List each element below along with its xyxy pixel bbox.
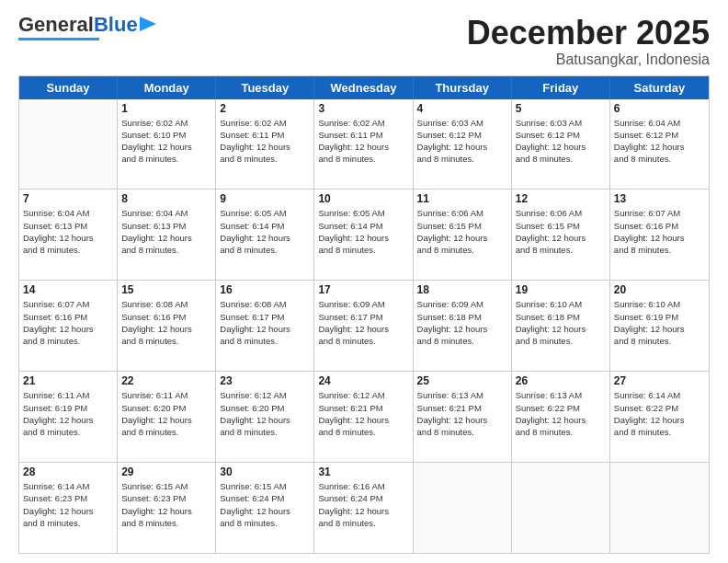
- daylight-hours: Daylight: 12 hours: [121, 505, 211, 517]
- sunrise-text: Sunrise: 6:15 AM: [121, 480, 211, 492]
- day-number: 7: [23, 192, 113, 205]
- calendar-cell-w1d6: 5Sunrise: 6:03 AMSunset: 6:12 PMDaylight…: [512, 99, 610, 190]
- calendar-cell-w5d5: [414, 463, 512, 553]
- calendar-week-4: 21Sunrise: 6:11 AMSunset: 6:19 PMDayligh…: [19, 372, 709, 463]
- sunrise-text: Sunrise: 6:05 AM: [318, 207, 408, 219]
- daylight-minutes: and 8 minutes.: [121, 244, 211, 256]
- sunset-text: Sunset: 6:22 PM: [614, 402, 705, 414]
- sunrise-text: Sunrise: 6:04 AM: [121, 207, 211, 219]
- sunrise-text: Sunrise: 6:02 AM: [220, 117, 310, 129]
- daylight-minutes: and 8 minutes.: [121, 426, 211, 438]
- daylight-minutes: and 8 minutes.: [614, 426, 705, 438]
- daylight-minutes: and 8 minutes.: [614, 153, 705, 165]
- day-number: 28: [23, 465, 113, 478]
- sunset-text: Sunset: 6:19 PM: [614, 311, 705, 323]
- page: General Blue December 2025 Batusangkar, …: [0, 0, 728, 563]
- daylight-minutes: and 8 minutes.: [614, 244, 705, 256]
- sunset-text: Sunset: 6:12 PM: [614, 129, 705, 141]
- sunset-text: Sunset: 6:23 PM: [121, 492, 211, 504]
- day-number: 5: [516, 102, 606, 115]
- calendar-cell-w2d7: 13Sunrise: 6:07 AMSunset: 6:16 PMDayligh…: [610, 190, 709, 280]
- sunrise-text: Sunrise: 6:02 AM: [121, 117, 211, 129]
- calendar-cell-w2d3: 9Sunrise: 6:05 AMSunset: 6:14 PMDaylight…: [216, 190, 314, 280]
- logo-blue: Blue: [94, 15, 138, 35]
- daylight-hours: Daylight: 12 hours: [318, 232, 408, 244]
- day-number: 12: [516, 192, 606, 205]
- calendar-week-5: 28Sunrise: 6:14 AMSunset: 6:23 PMDayligh…: [19, 463, 709, 553]
- day-number: 17: [318, 283, 408, 296]
- sunset-text: Sunset: 6:14 PM: [220, 220, 310, 232]
- calendar-cell-w2d4: 10Sunrise: 6:05 AMSunset: 6:14 PMDayligh…: [314, 190, 413, 280]
- day-number: 24: [318, 374, 408, 387]
- calendar-cell-w4d4: 24Sunrise: 6:12 AMSunset: 6:21 PMDayligh…: [314, 372, 413, 462]
- calendar-cell-w5d3: 30Sunrise: 6:15 AMSunset: 6:24 PMDayligh…: [216, 463, 314, 553]
- daylight-minutes: and 8 minutes.: [121, 335, 211, 347]
- daylight-hours: Daylight: 12 hours: [220, 141, 310, 153]
- sunset-text: Sunset: 6:16 PM: [614, 220, 705, 232]
- day-number: 19: [516, 283, 606, 296]
- daylight-minutes: and 8 minutes.: [516, 426, 606, 438]
- day-number: 27: [614, 374, 705, 387]
- daylight-minutes: and 8 minutes.: [318, 426, 408, 438]
- daylight-minutes: and 8 minutes.: [318, 153, 408, 165]
- day-number: 25: [417, 374, 507, 387]
- day-number: 23: [220, 374, 310, 387]
- calendar-cell-w5d6: [512, 463, 610, 553]
- daylight-hours: Daylight: 12 hours: [121, 141, 211, 153]
- logo-general: General: [18, 15, 94, 35]
- calendar-cell-w3d3: 16Sunrise: 6:08 AMSunset: 6:17 PMDayligh…: [216, 281, 314, 371]
- daylight-minutes: and 8 minutes.: [121, 517, 211, 529]
- calendar-cell-w4d5: 25Sunrise: 6:13 AMSunset: 6:21 PMDayligh…: [414, 372, 512, 462]
- sunrise-text: Sunrise: 6:10 AM: [516, 298, 606, 310]
- calendar-cell-w5d4: 31Sunrise: 6:16 AMSunset: 6:24 PMDayligh…: [314, 463, 413, 553]
- sunrise-text: Sunrise: 6:07 AM: [614, 207, 705, 219]
- day-number: 14: [23, 283, 113, 296]
- day-number: 9: [220, 192, 310, 205]
- header-saturday: Saturday: [610, 76, 709, 99]
- daylight-hours: Daylight: 12 hours: [318, 141, 408, 153]
- calendar-cell-w1d1: [19, 99, 118, 190]
- day-number: 1: [121, 102, 211, 115]
- sunset-text: Sunset: 6:21 PM: [318, 402, 408, 414]
- sunrise-text: Sunrise: 6:15 AM: [220, 480, 310, 492]
- sunrise-text: Sunrise: 6:06 AM: [516, 207, 606, 219]
- calendar-cell-w5d2: 29Sunrise: 6:15 AMSunset: 6:23 PMDayligh…: [118, 463, 216, 553]
- sunrise-text: Sunrise: 6:07 AM: [23, 298, 113, 310]
- calendar-cell-w2d6: 12Sunrise: 6:06 AMSunset: 6:15 PMDayligh…: [512, 190, 610, 280]
- header-friday: Friday: [512, 76, 610, 99]
- daylight-minutes: and 8 minutes.: [220, 517, 310, 529]
- day-number: 11: [417, 192, 507, 205]
- calendar-cell-w3d6: 19Sunrise: 6:10 AMSunset: 6:18 PMDayligh…: [512, 281, 610, 371]
- header: General Blue December 2025 Batusangkar, …: [18, 15, 710, 68]
- daylight-hours: Daylight: 12 hours: [23, 414, 113, 426]
- sunrise-text: Sunrise: 6:04 AM: [614, 117, 705, 129]
- daylight-hours: Daylight: 12 hours: [614, 323, 705, 335]
- sunrise-text: Sunrise: 6:05 AM: [220, 207, 310, 219]
- daylight-minutes: and 8 minutes.: [417, 426, 507, 438]
- sunrise-text: Sunrise: 6:16 AM: [318, 480, 408, 492]
- daylight-hours: Daylight: 12 hours: [516, 323, 606, 335]
- sunrise-text: Sunrise: 6:14 AM: [614, 389, 705, 401]
- daylight-minutes: and 8 minutes.: [220, 426, 310, 438]
- daylight-hours: Daylight: 12 hours: [220, 232, 310, 244]
- daylight-hours: Daylight: 12 hours: [23, 232, 113, 244]
- day-number: 13: [614, 192, 705, 205]
- daylight-hours: Daylight: 12 hours: [121, 232, 211, 244]
- day-number: 8: [121, 192, 211, 205]
- daylight-hours: Daylight: 12 hours: [220, 323, 310, 335]
- sunrise-text: Sunrise: 6:13 AM: [417, 389, 507, 401]
- sunrise-text: Sunrise: 6:09 AM: [318, 298, 408, 310]
- sunset-text: Sunset: 6:23 PM: [23, 492, 113, 504]
- daylight-hours: Daylight: 12 hours: [614, 414, 705, 426]
- sunset-text: Sunset: 6:17 PM: [220, 311, 310, 323]
- day-number: 26: [516, 374, 606, 387]
- sunrise-text: Sunrise: 6:13 AM: [516, 389, 606, 401]
- day-number: 29: [121, 465, 211, 478]
- daylight-hours: Daylight: 12 hours: [417, 141, 507, 153]
- daylight-minutes: and 8 minutes.: [220, 335, 310, 347]
- sunset-text: Sunset: 6:13 PM: [121, 220, 211, 232]
- daylight-hours: Daylight: 12 hours: [417, 323, 507, 335]
- daylight-minutes: and 8 minutes.: [318, 517, 408, 529]
- sunset-text: Sunset: 6:16 PM: [23, 311, 113, 323]
- sunrise-text: Sunrise: 6:08 AM: [220, 298, 310, 310]
